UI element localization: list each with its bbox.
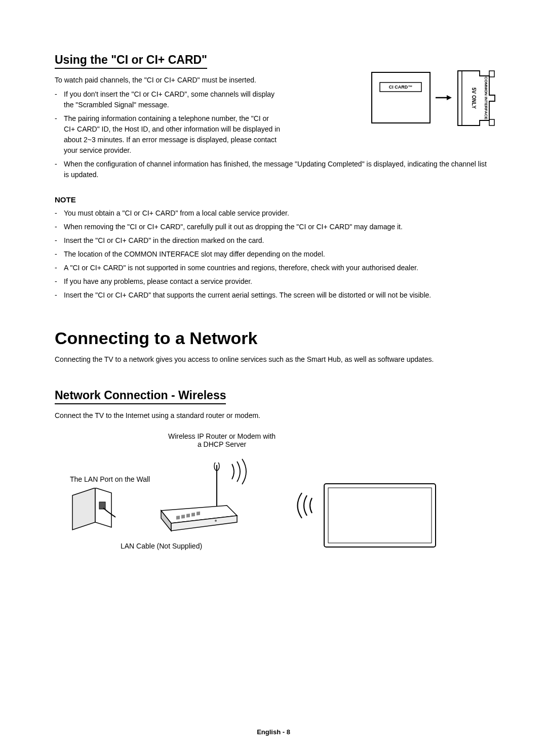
svg-rect-5 <box>489 71 494 77</box>
wireless-title: Network Connection - Wireless <box>55 389 226 404</box>
network-section: Connecting to a Network Connecting the T… <box>55 328 492 363</box>
note-bullet-item: If you have any problems, please contact… <box>64 276 492 287</box>
lan-port-label: The LAN Port on the Wall <box>70 475 150 483</box>
note-bullet-item: A "CI or CI+ CARD" is not supported in s… <box>64 263 492 273</box>
svg-rect-0 <box>372 72 430 123</box>
network-diagram: Wireless IP Router or Modem with a DHCP … <box>55 432 492 559</box>
note-bullet-item: Insert the "CI or CI+ CARD" in the direc… <box>64 235 492 246</box>
note-bullet-item: When removing the "CI or CI+ CARD", care… <box>64 222 492 232</box>
svg-rect-19 <box>328 488 432 543</box>
svg-rect-13 <box>181 515 185 519</box>
svg-rect-14 <box>186 514 190 518</box>
common-interface-label: COMMON INTERFACE <box>484 77 488 120</box>
wall-port-icon <box>70 488 115 536</box>
svg-rect-6 <box>489 119 494 125</box>
ci-bullet-item: When the configuration of channel inform… <box>64 159 492 180</box>
svg-marker-7 <box>72 488 95 530</box>
ci-title: Using the "CI or CI+ CARD" <box>55 53 207 69</box>
note-bullet-item: Insert the "CI or CI+ CARD" that support… <box>64 290 492 301</box>
svg-marker-3 <box>447 95 452 100</box>
note-heading: NOTE <box>55 195 492 204</box>
ci-bullet-item: If you don't insert the "CI or CI+ CARD"… <box>64 89 282 110</box>
ci-card-label: CI CARD™ <box>389 85 413 90</box>
svg-point-17 <box>215 520 217 522</box>
svg-rect-12 <box>176 516 180 520</box>
network-title: Connecting to a Network <box>55 328 492 348</box>
svg-rect-15 <box>191 513 195 517</box>
page-footer: English - 8 <box>0 728 547 736</box>
svg-rect-9 <box>99 502 105 509</box>
wireless-section: Network Connection - Wireless Connect th… <box>55 368 492 559</box>
wifi-signal-in-icon <box>289 488 320 523</box>
svg-rect-16 <box>197 512 200 516</box>
svg-rect-4 <box>458 71 462 125</box>
five-volt-label: 5V ONLY <box>471 88 477 109</box>
router-label: Wireless IP Router or Modem with a DHCP … <box>161 432 283 448</box>
ci-card-diagram: CI CARD™ 5V ONLY COMMON INTERFACE <box>371 70 502 131</box>
lan-cable-label: LAN Cable (Not Supplied) <box>121 542 202 550</box>
tv-icon <box>323 483 440 554</box>
wireless-intro: Connect the TV to the Internet using a s… <box>55 411 492 419</box>
note-bullets: You must obtain a "CI or CI+ CARD" from … <box>55 208 492 301</box>
note-bullet-item: The location of the COMMON INTERFACE slo… <box>64 249 492 260</box>
wifi-signal-out-icon <box>227 456 257 487</box>
ci-bullet-item: The pairing information containing a tel… <box>64 113 282 156</box>
network-intro: Connecting the TV to a network gives you… <box>55 355 492 363</box>
note-bullet-item: You must obtain a "CI or CI+ CARD" from … <box>64 208 492 219</box>
